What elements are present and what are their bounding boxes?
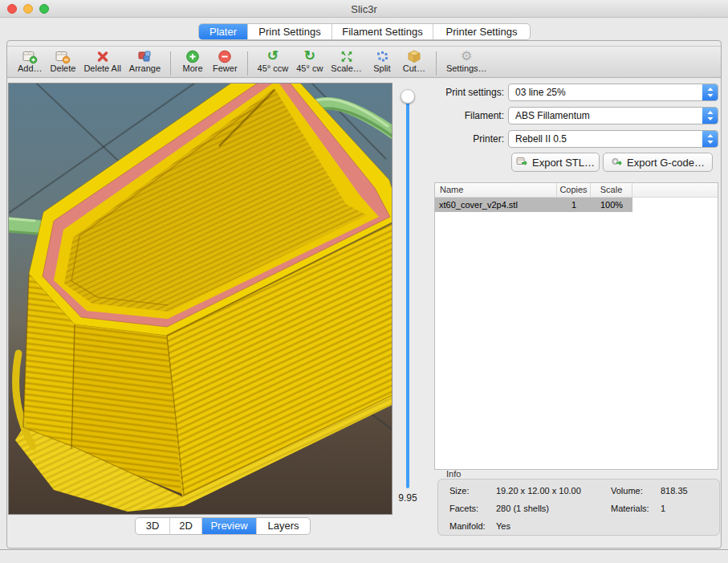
package-remove-icon — [54, 48, 71, 64]
cell-name: xt60_cover_v2p4.stl — [435, 198, 557, 212]
toolbar: Add… Delete Delete All Arrang — [7, 46, 721, 78]
chevron-up-down-icon — [702, 108, 718, 124]
filament-label: Filament: — [400, 110, 504, 121]
arrange-cubes-icon — [136, 48, 153, 64]
volume-label: Volume: — [611, 486, 643, 496]
add-button[interactable]: Add… — [18, 48, 43, 73]
toolbar-separator — [170, 51, 171, 75]
scale-button[interactable]: Scale… — [331, 48, 362, 73]
fewer-copies-button[interactable]: Fewer — [213, 48, 238, 73]
split-button[interactable]: Split — [370, 48, 394, 73]
materials-value: 1 — [661, 504, 665, 513]
manifold-label: Manifold: — [449, 521, 486, 531]
rotate-cw-icon: ↻ — [304, 48, 315, 64]
printer-label: Printer: — [400, 133, 504, 145]
cell-copies: 1 — [557, 198, 591, 212]
delete-all-x-icon — [96, 48, 110, 64]
viewer-mode-tabs: 3D 2D Preview Layers — [135, 517, 311, 535]
toolbar-label: Arrange — [129, 63, 161, 73]
viewport-3d[interactable] — [8, 83, 392, 515]
toolbar-label: Delete — [51, 63, 76, 73]
object-table: Name Copies Scale xt60_cover_v2p4.stl 1 … — [434, 182, 718, 470]
toolbar-label: 45° cw — [296, 63, 323, 73]
materials-label: Materials: — [611, 504, 649, 513]
column-header-copies: Copies — [557, 183, 591, 197]
column-header-spacer — [632, 183, 718, 197]
rotate-cw-button[interactable]: ↻ 45° cw — [296, 48, 323, 73]
printer-value: Rebell II 0.5 — [515, 133, 567, 145]
package-add-icon — [21, 48, 39, 64]
skirt-loop-left — [9, 218, 39, 234]
more-copies-button[interactable]: More — [181, 48, 205, 73]
column-header-scale: Scale — [591, 183, 632, 197]
tab-preview[interactable]: Preview — [201, 518, 256, 534]
export-stl-label: Export STL… — [532, 157, 595, 169]
delete-button[interactable]: Delete — [51, 48, 76, 73]
volume-value: 818.35 — [661, 486, 688, 496]
chevron-up-down-icon — [702, 84, 718, 100]
scale-arrows-icon — [340, 48, 354, 64]
rotate-ccw-icon: ↺ — [267, 48, 279, 64]
viewport-3d-scene — [9, 84, 392, 515]
settings-gear-icon: ⚙ — [461, 48, 472, 64]
export-stl-icon — [516, 156, 528, 169]
delete-all-button[interactable]: Delete All — [83, 48, 120, 73]
layer-slider-track[interactable] — [406, 95, 409, 488]
column-header-name: Name — [435, 183, 557, 197]
toolbar-label: Split — [373, 63, 390, 73]
toolbar-separator — [436, 51, 437, 75]
cell-spacer — [632, 198, 718, 212]
tab-printer-settings[interactable]: Printer Settings — [433, 24, 530, 39]
export-gcode-button[interactable]: Export G-code… — [603, 153, 713, 172]
tab-plater[interactable]: Plater — [199, 24, 247, 39]
settings-button[interactable]: ⚙ Settings… — [446, 48, 487, 73]
cut-button[interactable]: Cut… — [402, 48, 426, 73]
tab-2d[interactable]: 2D — [169, 518, 201, 534]
rotate-ccw-button[interactable]: ↺ 45° ccw — [258, 48, 289, 73]
tab-print-settings[interactable]: Print Settings — [247, 24, 331, 39]
layer-slider-value: 9.95 — [390, 492, 425, 504]
printer-select[interactable]: Rebell II 0.5 — [508, 130, 718, 148]
tab-layers[interactable]: Layers — [256, 518, 310, 534]
info-group-title: Info — [446, 469, 461, 479]
chevron-up-down-icon — [702, 131, 718, 147]
toolbar-label: Delete All — [83, 63, 120, 73]
info-panel: Size: 19.20 x 12.00 x 10.00 Volume: 818.… — [437, 479, 720, 536]
table-header: Name Copies Scale — [435, 183, 718, 198]
main-tab-bar: Plater Print Settings Filament Settings … — [198, 23, 531, 40]
toolbar-label: More — [182, 63, 202, 73]
tab-filament-settings[interactable]: Filament Settings — [331, 24, 433, 39]
facets-value: 280 (1 shells) — [496, 504, 549, 513]
toolbar-label: Fewer — [213, 63, 238, 73]
facets-label: Facets: — [449, 504, 478, 513]
statusbar — [0, 551, 728, 563]
minus-circle-icon — [218, 48, 232, 64]
manifold-value: Yes — [496, 521, 510, 531]
toolbar-label: Settings… — [446, 63, 487, 73]
titlebar: Slic3r — [0, 0, 728, 18]
filament-value: ABS Fillamentum — [515, 110, 590, 121]
plus-circle-icon — [185, 48, 200, 64]
arrange-button[interactable]: Arrange — [129, 48, 161, 73]
table-row-selected[interactable]: xt60_cover_v2p4.stl 1 100% — [435, 198, 718, 212]
filament-select[interactable]: ABS Fillamentum — [508, 107, 718, 124]
cell-scale: 100% — [591, 198, 632, 212]
print-settings-select[interactable]: 03 line 25% — [508, 84, 718, 101]
export-stl-button[interactable]: Export STL… — [511, 153, 600, 172]
toolbar-label: 45° ccw — [258, 63, 289, 73]
export-gcode-label: Export G-code… — [627, 157, 705, 169]
toolbar-label: Cut… — [403, 63, 425, 73]
toolbar-label: Add… — [18, 63, 43, 73]
window-title: Slic3r — [0, 3, 728, 15]
size-value: 19.20 x 12.00 x 10.00 — [496, 486, 581, 496]
print-settings-value: 03 line 25% — [515, 87, 566, 98]
toolbar-label: Scale… — [331, 63, 362, 73]
tab-3d[interactable]: 3D — [136, 518, 169, 534]
print-settings-label: Print settings: — [400, 87, 504, 98]
toolbar-separator — [247, 51, 248, 75]
split-dots-icon — [375, 48, 389, 64]
size-label: Size: — [449, 486, 469, 496]
export-gcode-icon — [611, 156, 623, 169]
cut-box-icon — [407, 48, 421, 64]
